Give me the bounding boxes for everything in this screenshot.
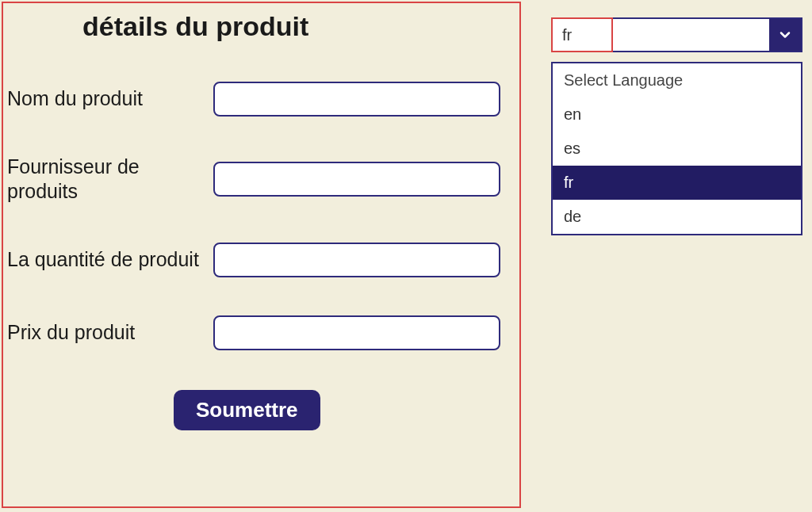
row-product-name: Nom du produit <box>3 82 519 117</box>
language-current-value: fr <box>551 17 613 52</box>
product-form-panel: détails du produit Nom du produit Fourni… <box>2 2 521 508</box>
language-dropdown: Select Language en es fr de <box>551 62 802 235</box>
input-price[interactable] <box>213 315 500 350</box>
row-supplier: Fournisseur de produits <box>3 155 519 204</box>
language-select-box[interactable]: fr <box>551 17 802 52</box>
input-supplier[interactable] <box>213 162 500 197</box>
language-placeholder: Select Language <box>553 63 801 97</box>
label-product-name: Nom du produit <box>7 86 213 111</box>
language-select-spacer <box>613 19 769 51</box>
language-option-es[interactable]: es <box>553 132 801 166</box>
input-quantity[interactable] <box>213 243 500 277</box>
row-quantity: La quantité de produit <box>3 243 519 277</box>
submit-row: Soumettre <box>3 390 519 430</box>
language-option-en[interactable]: en <box>553 97 801 132</box>
label-supplier: Fournisseur de produits <box>7 155 213 204</box>
label-quantity: La quantité de produit <box>7 247 213 272</box>
language-selector: fr Select Language en es fr de <box>551 17 802 235</box>
submit-button[interactable]: Soumettre <box>174 390 320 430</box>
language-option-fr[interactable]: fr <box>553 166 801 200</box>
row-price: Prix du produit <box>3 315 519 350</box>
chevron-down-icon[interactable] <box>769 19 801 51</box>
label-price: Prix du produit <box>7 320 213 345</box>
form-title: détails du produit <box>82 11 519 42</box>
input-product-name[interactable] <box>213 82 500 117</box>
language-option-de[interactable]: de <box>553 200 801 234</box>
